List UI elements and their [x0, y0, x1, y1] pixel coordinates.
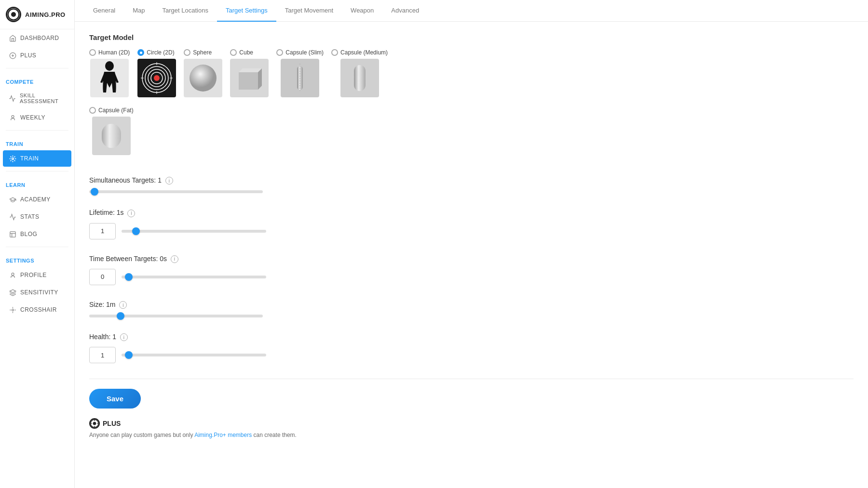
health-slider-row — [89, 347, 854, 363]
sidebar-item-sensitivity[interactable]: SENSITIVITY — [3, 284, 71, 301]
img-circle-2d — [137, 59, 176, 97]
simultaneous-targets-info[interactable]: i — [165, 177, 173, 185]
divider — [89, 379, 854, 379]
tab-target-movement[interactable]: Target Movement — [276, 0, 342, 22]
svg-point-11 — [12, 309, 14, 311]
simultaneous-targets-slider-row — [89, 190, 854, 193]
sidebar-item-crosshair-label: CROSSHAIR — [20, 306, 57, 313]
health-track[interactable] — [122, 354, 266, 356]
sidebar-item-profile[interactable]: PROFILE — [3, 267, 71, 283]
sidebar-item-plus[interactable]: PLUS — [3, 47, 71, 64]
svg-point-22 — [154, 75, 160, 81]
size-slider-row — [89, 315, 854, 317]
tab-general[interactable]: General — [84, 0, 124, 22]
radio-capsule-medium: Capsule (Medium) — [331, 49, 388, 56]
time-between-label: Time Between Targets: 0s i — [89, 255, 854, 263]
simultaneous-targets-label: Simultaneous Targets: 1 i — [89, 176, 854, 185]
time-between-slider-row — [89, 269, 854, 285]
label-circle-2d: Circle (2D) — [147, 49, 174, 56]
size-track[interactable] — [89, 315, 263, 317]
svg-point-6 — [12, 158, 14, 159]
lifetime-section: Lifetime: 1s i — [89, 209, 854, 239]
sidebar-item-weekly-label: WEEKLY — [20, 114, 45, 121]
weekly-icon — [9, 114, 16, 121]
sidebar-section-learn: LEARN — [0, 175, 74, 191]
target-model-section: Target Model Human (2D) — [89, 33, 854, 161]
tab-advanced[interactable]: Advanced — [382, 0, 428, 22]
svg-rect-7 — [10, 231, 15, 237]
plus-logo-icon — [89, 418, 100, 429]
radio-circle-circle-2d — [137, 49, 144, 56]
svg-marker-29 — [239, 68, 262, 72]
sidebar-item-crosshair[interactable]: CROSSHAIR — [3, 302, 71, 318]
svg-point-5 — [12, 115, 14, 118]
logo-text: AIMING.PRO — [25, 11, 66, 18]
target-model-capsule-medium[interactable]: Capsule (Medium) — [331, 49, 388, 97]
sidebar: AIMING.PRO DASHBOARD PLUS COMPETE SKILL … — [0, 0, 75, 488]
size-info[interactable]: i — [119, 301, 127, 309]
target-model-cube[interactable]: Cube — [230, 49, 269, 97]
time-between-track[interactable] — [122, 276, 266, 278]
radio-capsule-slim: Capsule (Slim) — [276, 49, 324, 56]
target-model-capsule-fat[interactable]: Capsule (Fat) — [89, 107, 134, 155]
sidebar-item-train[interactable]: TRAIN — [3, 150, 71, 167]
health-label: Health: 1 i — [89, 333, 854, 341]
sidebar-item-academy[interactable]: ACADEMY — [3, 191, 71, 208]
radio-capsule-fat: Capsule (Fat) — [89, 107, 134, 114]
health-info[interactable]: i — [120, 333, 128, 341]
sidebar-item-stats[interactable]: STATS — [3, 209, 71, 225]
radio-circle-2d: Circle (2D) — [137, 49, 174, 56]
sidebar-item-skill-assessment[interactable]: SKILL ASSESSMENT — [3, 88, 71, 108]
plus-link[interactable]: Aiming.Pro+ members — [194, 432, 252, 438]
time-between-input[interactable] — [89, 269, 116, 285]
tab-target-settings[interactable]: Target Settings — [217, 0, 276, 22]
radio-circle-cube — [230, 49, 237, 56]
sidebar-item-blog-label: BLOG — [20, 231, 37, 237]
lifetime-info[interactable]: i — [127, 210, 135, 217]
sidebar-item-dashboard[interactable]: DASHBOARD — [3, 30, 71, 46]
sidebar-item-dashboard-label: DASHBOARD — [20, 35, 59, 41]
sidebar-item-sensitivity-label: SENSITIVITY — [20, 289, 58, 296]
tab-target-locations[interactable]: Target Locations — [154, 0, 217, 22]
target-models-grid: Human (2D) — [89, 49, 854, 103]
svg-point-16 — [105, 61, 114, 71]
train-icon — [9, 155, 16, 162]
target-model-sphere[interactable]: Sphere — [184, 49, 222, 97]
lifetime-input[interactable] — [89, 223, 116, 239]
lifetime-track[interactable] — [122, 230, 266, 233]
img-capsule-medium — [340, 59, 379, 97]
svg-marker-28 — [239, 72, 258, 90]
tab-weapon[interactable]: Weapon — [342, 0, 382, 22]
img-sphere — [184, 59, 222, 97]
sidebar-item-blog[interactable]: BLOG — [3, 226, 71, 242]
img-capsule-fat — [92, 117, 131, 155]
target-model-circle-2d[interactable]: Circle (2D) — [137, 49, 176, 97]
academy-icon — [9, 196, 16, 203]
sidebar-item-skill-label: SKILL ASSESSMENT — [20, 92, 66, 104]
time-between-info[interactable]: i — [171, 255, 178, 263]
svg-point-10 — [12, 273, 14, 275]
sidebar-section-settings: SETTINGS — [0, 251, 74, 266]
logo-icon — [6, 7, 21, 22]
health-input[interactable] — [89, 347, 116, 363]
target-model-capsule-slim[interactable]: Capsule (Slim) — [276, 49, 324, 97]
plus-section: PLUS Anyone can play custom games but on… — [89, 418, 854, 438]
size-label: Size: 1m i — [89, 301, 854, 309]
lifetime-label: Lifetime: 1s i — [89, 209, 854, 217]
target-model-human-2d[interactable]: Human (2D) — [89, 49, 130, 97]
svg-point-27 — [190, 65, 217, 92]
tabs-bar: General Map Target Locations Target Sett… — [75, 0, 868, 22]
label-capsule-slim: Capsule (Slim) — [285, 49, 324, 56]
target-models-row2: Capsule (Fat) — [89, 107, 854, 161]
sidebar-item-weekly[interactable]: WEEKLY — [3, 109, 71, 126]
lifetime-slider-row — [89, 223, 854, 239]
sidebar-divider-3 — [6, 171, 68, 171]
save-button[interactable]: Save — [89, 389, 141, 409]
radio-human-2d: Human (2D) — [89, 49, 130, 56]
label-capsule-medium: Capsule (Medium) — [340, 49, 388, 56]
svg-point-0 — [8, 9, 19, 20]
simultaneous-targets-track[interactable] — [89, 190, 263, 193]
size-section: Size: 1m i — [89, 301, 854, 317]
tab-map[interactable]: Map — [124, 0, 153, 22]
blog-icon — [9, 230, 16, 238]
